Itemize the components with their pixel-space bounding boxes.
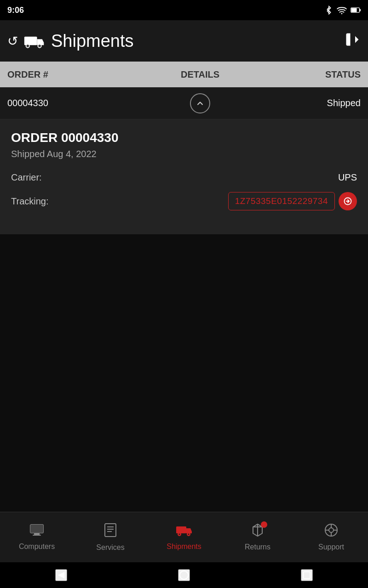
nav-support[interactable]: Support [294,512,368,562]
nav-shipments-label: Shipments [167,543,201,551]
svg-point-6 [38,44,41,47]
svg-rect-18 [176,526,186,533]
collapse-button[interactable] [190,93,210,113]
carrier-value: UPS [338,172,357,183]
status-bar: 9:06 [0,0,368,20]
svg-rect-2 [351,8,357,12]
bottom-nav: Computers Services Shipments [0,512,368,562]
returns-badge [261,521,267,528]
truck-icon [23,33,46,49]
bluetooth-icon [325,5,333,15]
svg-rect-14 [105,524,116,537]
order-detail-date: Shipped Aug 4, 2022 [11,149,357,159]
shipments-icon [176,524,192,540]
svg-point-26 [329,528,334,532]
svg-rect-11 [30,525,43,533]
svg-point-0 [341,13,343,14]
svg-point-32 [180,571,188,579]
android-nav [0,562,368,588]
nav-returns[interactable]: Returns [221,512,294,562]
svg-rect-13 [33,535,41,536]
wifi-icon [337,6,347,14]
chevron-wrapper [109,93,292,113]
svg-rect-3 [360,9,361,11]
nav-services-label: Services [96,543,124,552]
carrier-row: Carrier: UPS [11,172,357,183]
svg-point-5 [26,44,29,47]
tracking-label: Tracking: [11,196,49,207]
order-number: 00004330 [7,98,109,108]
logout-button[interactable] [344,31,361,51]
app-bar: ↺ Shipments [0,20,368,62]
nav-computers[interactable]: Computers [0,512,74,562]
computers-icon [29,524,44,540]
refresh-button[interactable]: ↺ [7,34,18,49]
app-bar-title: Shipments [51,31,134,51]
order-detail-title: ORDER 00004330 [11,130,357,145]
returns-icon-wrapper [251,523,264,540]
nav-shipments[interactable]: Shipments [147,512,221,562]
status-time: 9:06 [7,6,24,15]
table-header: ORDER # DETAILS STATUS [0,62,368,87]
svg-rect-4 [24,37,37,45]
order-detail-panel: ORDER 00004330 Shipped Aug 4, 2022 Carri… [0,119,368,234]
svg-rect-33 [303,572,310,579]
col-details-header: DETAILS [109,69,292,80]
svg-marker-31 [58,572,65,579]
svg-point-22 [188,534,190,535]
svg-point-21 [179,534,180,535]
tracking-row: Tracking: 1Z75335E0152229734 [11,192,357,210]
tracking-go-button[interactable] [339,192,357,210]
android-recents-button[interactable] [301,569,313,581]
nav-returns-label: Returns [245,543,270,551]
nav-computers-label: Computers [19,543,55,551]
col-order-header: ORDER # [7,69,109,80]
android-back-button[interactable] [55,569,67,581]
tracking-number: 1Z75335E0152229734 [228,192,335,210]
order-status: Shipped [292,98,361,108]
carrier-label: Carrier: [11,172,42,183]
tracking-container: 1Z75335E0152229734 [228,192,357,210]
app-bar-left: ↺ Shipments [7,31,134,51]
order-row[interactable]: 00004330 Shipped [0,87,368,119]
nav-support-label: Support [318,543,344,551]
support-icon [324,523,338,540]
main-content [0,234,368,512]
svg-rect-12 [34,533,40,535]
android-home-button[interactable] [178,569,190,581]
battery-icon [351,7,361,13]
services-icon [104,523,117,541]
nav-services[interactable]: Services [74,512,147,562]
status-icons [325,5,361,15]
col-status-header: STATUS [292,69,361,80]
